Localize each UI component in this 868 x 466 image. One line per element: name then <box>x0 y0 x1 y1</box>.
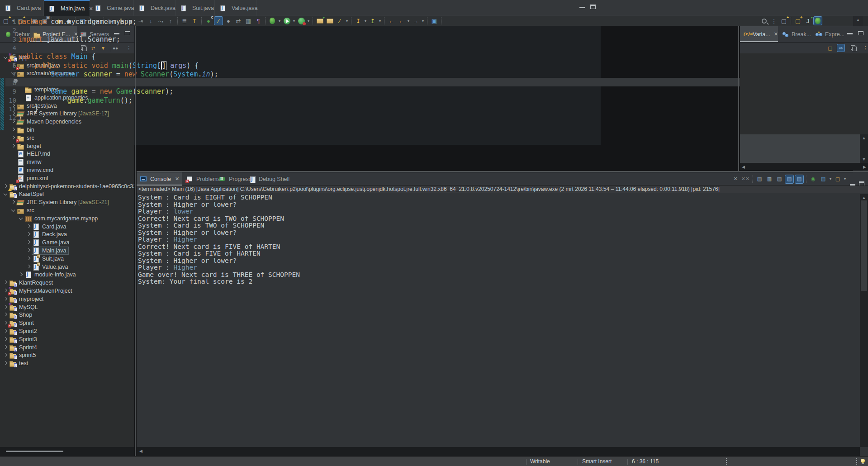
java-badge: J <box>14 307 17 311</box>
line-number[interactable]: 10 <box>0 96 16 105</box>
error-badge: × <box>8 324 11 328</box>
line-number[interactable]: 4 <box>0 44 16 52</box>
word-wrap-icon[interactable]: ▤ <box>785 175 794 184</box>
java-badge: J <box>14 363 17 367</box>
tab-varia-[interactable]: (x)=Varia...✕ <box>740 26 778 42</box>
error-badge: × <box>16 180 19 183</box>
variables-tree[interactable] <box>740 53 868 134</box>
view-icon-jfile: J <box>249 176 256 182</box>
java-file-letter: J <box>34 224 36 229</box>
right-panel-tabrow: (x)=Varia...✕Break...✦Expre... <box>740 26 868 43</box>
tab-break-[interactable]: Break... <box>779 26 812 42</box>
java-file-letter: J <box>50 6 52 10</box>
java-badge: J <box>14 291 17 295</box>
console-tabrow: ✕✕✕▤▥▤▤▤◉▤▾▢▾Console✕×Problems⇶ProgressJ… <box>137 172 868 185</box>
code-line-1: 1package com.mycardgame.myapp; <box>0 18 853 26</box>
tab-close-icon[interactable]: ✕ <box>774 31 778 37</box>
tree-icon-jfile: J <box>5 5 11 11</box>
maximize-console-icon[interactable] <box>859 181 864 186</box>
collapse-all2-icon[interactable] <box>849 44 858 52</box>
editor-tab-main-java[interactable]: JMain.java✕ <box>44 0 90 16</box>
maximize-editor-icon[interactable] <box>590 5 596 9</box>
doc-2-icon[interactable]: ▥ <box>765 175 774 184</box>
more-icon[interactable]: ⋮ <box>861 44 868 52</box>
tab-label: Break... <box>792 31 811 38</box>
splitter-right[interactable] <box>738 26 739 171</box>
java-file-letter: J <box>34 256 36 261</box>
java-badge: J <box>14 355 17 359</box>
xml-badge: M <box>19 176 22 180</box>
editor-tab-label: Suit.java <box>192 5 214 11</box>
minimize-view-icon[interactable] <box>847 31 853 34</box>
tree-icon-jfile: J <box>180 5 186 11</box>
splitter-horizontal[interactable] <box>137 171 868 172</box>
status-grip <box>726 458 727 465</box>
line-number[interactable]: 3 <box>0 35 16 44</box>
console-vscrollbar[interactable]: ▲ <box>860 194 868 447</box>
maximize-view-icon[interactable] <box>858 31 863 35</box>
console-output[interactable]: System : Card is EIGHT of SCHOPPENSystem… <box>138 194 859 447</box>
minimize-editor-icon[interactable] <box>579 5 585 8</box>
java-badge: J <box>14 186 17 190</box>
editor-tab-label: Deck.java <box>151 5 175 11</box>
tab-label: Varia... <box>753 31 770 38</box>
java-file-letter: J <box>182 6 183 10</box>
code-text: import java.util.Scanner; <box>18 35 120 44</box>
line-number[interactable]: 6 <box>0 62 16 70</box>
code-line-11: 11 } <box>0 105 853 114</box>
notification-bulb-icon[interactable] <box>861 459 865 463</box>
show-logical-icon[interactable]: ⇨ <box>837 44 845 52</box>
code-line-8: 8 <box>0 79 853 87</box>
console-tab-console[interactable]: Console✕ <box>137 172 182 185</box>
line-number[interactable]: 7 <box>0 70 16 79</box>
w-badge: W <box>19 152 22 156</box>
variables-hscrollbar[interactable]: ◀▶ <box>740 163 868 170</box>
display-console-icon[interactable]: ▤ <box>819 175 828 184</box>
dropdown-arrow-icon[interactable]: ▾ <box>843 177 847 181</box>
line-number[interactable]: 12 <box>0 114 16 122</box>
doc-1-icon[interactable]: ▤ <box>755 175 764 184</box>
code-line-10: 10 game.gameTurn(); <box>0 96 853 105</box>
console-line: System : Card is TWO of SCHOPPEN <box>138 222 859 229</box>
tab-expre-[interactable]: ✦Expre... <box>812 26 845 42</box>
editor-tab-value-java[interactable]: JValue.java <box>215 0 256 16</box>
console-hscrollbar[interactable]: ◀ <box>137 447 860 456</box>
maven-badge: M <box>9 286 12 290</box>
pin-console-icon[interactable]: ◉ <box>809 175 818 184</box>
code-line-5: 5public class Main { <box>0 52 853 61</box>
console-tab-debug-shell[interactable]: JDebug Shell <box>245 172 287 185</box>
editor-tab-deck-java[interactable]: JDeck.java <box>134 0 175 16</box>
editor-tab-label: Card.java <box>17 5 41 11</box>
remove-terminated-icon[interactable]: ✕✕ <box>741 175 750 184</box>
show-stderr-icon[interactable]: ▤ <box>795 175 804 184</box>
console-tab-progress[interactable]: ⇶Progress <box>215 172 245 185</box>
java-file-letter: J <box>27 272 28 277</box>
console-tab-problems[interactable]: ×Problems <box>183 172 215 185</box>
minimize-console-icon[interactable] <box>850 182 855 185</box>
tree-icon-jfile: J <box>138 5 145 11</box>
tab-label: Console <box>150 176 171 182</box>
new-expression-icon[interactable]: ▢ <box>826 44 834 52</box>
code-text: } <box>18 105 38 114</box>
tab-close-icon[interactable]: ✕ <box>175 176 179 182</box>
line-number[interactable]: 1 <box>0 18 16 26</box>
clear-console-icon[interactable]: ✕ <box>731 175 740 184</box>
line-number[interactable]: 8 <box>0 79 16 87</box>
line-number[interactable]: 11 <box>0 105 16 114</box>
dropdown-arrow-icon[interactable]: ▾ <box>828 177 833 181</box>
java-file-letter: J <box>251 177 253 182</box>
splitter-left[interactable] <box>135 26 136 456</box>
java-file-letter: J <box>34 264 36 269</box>
line-number[interactable]: 9 <box>0 87 16 96</box>
editor-tab-game-java[interactable]: JGame.java <box>90 0 134 16</box>
code-text: Scanner scanner = new Scanner(System.in)… <box>18 70 218 79</box>
open-console-icon[interactable]: ▢ <box>833 175 842 184</box>
variables-detail-pane[interactable] <box>740 134 860 163</box>
line-number[interactable]: 2 <box>0 26 16 35</box>
editor-tab-card-java[interactable]: JCard.java <box>0 0 44 16</box>
java-badge: J <box>14 347 17 352</box>
variables-vscrollbar[interactable]: ▲▼ <box>860 134 868 163</box>
editor-tab-suit-java[interactable]: JSuit.java <box>175 0 215 16</box>
warning-badge <box>8 188 12 191</box>
doc-3-icon[interactable]: ▤ <box>775 175 784 184</box>
